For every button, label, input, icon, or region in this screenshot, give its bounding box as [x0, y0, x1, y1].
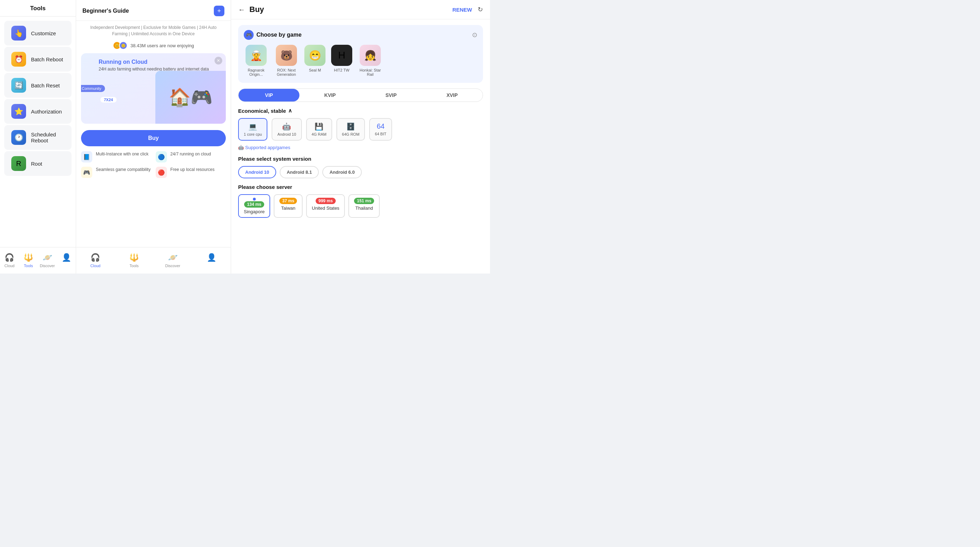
game-item-rox[interactable]: 🐻 ROX: Next Generation: [274, 45, 299, 77]
game-item-hit2[interactable]: H HIT2 TW: [331, 45, 352, 77]
game-thumb-hit2: H: [331, 45, 352, 66]
renew-button[interactable]: RENEW: [452, 7, 472, 13]
buy-content: 🎮 Choose by game ⊙ 🧝 Ragnarok Origin... …: [231, 19, 490, 273]
plan-collapse-icon[interactable]: ∧: [288, 107, 292, 114]
back-icon[interactable]: ←: [238, 6, 245, 14]
supported-link[interactable]: 🤖 Supported app/games: [238, 145, 483, 150]
server-ms-0: 134 ms: [244, 201, 264, 207]
vip-tab-xvip[interactable]: XVIP: [422, 89, 483, 102]
tool-item-root[interactable]: R Root: [4, 151, 72, 176]
game-thumb-rox: 🐻: [276, 45, 297, 66]
footer-tab-icon-profile: 👤: [62, 253, 71, 262]
avatar-2: 🙂: [119, 41, 127, 50]
spec-chip-1[interactable]: 🤖 Android 10: [272, 118, 302, 140]
spec-chip-4[interactable]: 64 64 BIT: [369, 118, 392, 140]
tool-item-scheduled-reboot[interactable]: 🕐 Scheduled Reboot: [4, 125, 72, 150]
tool-item-customize[interactable]: 👆 Customize: [4, 21, 72, 45]
game-name-rox: ROX: Next Generation: [274, 68, 299, 77]
spec-chip-0[interactable]: 💻 1 core cpu: [238, 118, 267, 140]
footer-tab-label-tools: Tools: [24, 264, 33, 268]
feature-text-1: 24/7 running on cloud: [170, 151, 211, 157]
game-item-ragnarok[interactable]: 🧝 Ragnarok Origin...: [244, 45, 269, 77]
game-item-honkai[interactable]: 👧 Honkai: Star Rail: [358, 45, 383, 77]
plan-section: Economical, stable ∧ 💻 1 core cpu 🤖 Andr…: [238, 107, 483, 150]
banner-7x24-badge: 7X24: [100, 97, 116, 102]
server-chip-singapore[interactable]: 134 ms Singapore: [238, 194, 270, 218]
buy-header-right: RENEW ↻: [452, 6, 483, 13]
server-name-0: Singapore: [244, 209, 264, 214]
spec-chip-3[interactable]: 🗄️ 64G ROM: [336, 118, 365, 140]
footer-tab-icon-tools: 🔱: [24, 253, 33, 262]
buy-title: Buy: [250, 5, 264, 14]
server-options: 134 ms Singapore 37 ms Taiwan 999 ms Uni…: [238, 194, 483, 218]
system-chip-1[interactable]: Android 8.1: [280, 166, 319, 179]
system-chip-2[interactable]: Android 6.0: [322, 166, 362, 179]
server-chip-thailand[interactable]: 151 ms Thailand: [348, 194, 380, 218]
tools-footer-tab-discover[interactable]: 🪐 Discover: [38, 250, 57, 271]
spec-chip-2[interactable]: 💾 4G RAM: [306, 118, 332, 140]
guide-footer-tab-label-discover: Discover: [165, 264, 180, 268]
spec-label-1: Android 10: [277, 132, 296, 136]
spec-label-4: 64 BIT: [375, 132, 386, 136]
choose-game-header: 🎮 Choose by game ⊙: [244, 30, 477, 40]
system-chip-0[interactable]: Android 10: [238, 166, 276, 179]
game-thumb-honkai: 👧: [360, 45, 381, 66]
server-name-1: Taiwan: [281, 206, 295, 211]
feature-icon-1: 🔵: [156, 151, 167, 163]
feature-item-1: 🔵 24/7 running on cloud: [156, 151, 226, 163]
supported-icon: 🤖: [238, 145, 244, 150]
guide-tagline: Independent Development | Exclusive for …: [76, 21, 231, 39]
plan-section-title: Economical, stable ∧: [238, 107, 483, 114]
server-name-3: Thailand: [355, 206, 373, 211]
footer-tab-label-discover: Discover: [40, 264, 55, 268]
choose-game-title: Choose by game: [256, 32, 302, 38]
feature-item-0: 📘 Multi-Instance with one click: [81, 151, 151, 163]
vip-tab-kvip[interactable]: KVIP: [299, 89, 360, 102]
spec-icon-0: 💻: [248, 122, 257, 131]
tool-icon-scheduled-reboot: 🕐: [11, 130, 26, 145]
spec-icon-2: 💾: [315, 122, 323, 131]
game-name-hit2: HIT2 TW: [334, 68, 350, 72]
refresh-icon[interactable]: ↻: [478, 6, 483, 13]
spec-label-2: 4G RAM: [312, 132, 326, 136]
vip-tab-vip[interactable]: VIP: [239, 89, 299, 102]
guide-footer-tab-discover[interactable]: 🪐 Discover: [154, 250, 192, 271]
feature-icon-2: 🎮: [81, 167, 92, 178]
tool-icon-customize: 👆: [11, 26, 26, 40]
server-title: Please choose server: [238, 184, 483, 190]
guide-panel: Beginner's Guide + Independent Developme…: [76, 0, 231, 273]
tool-item-batch-reboot[interactable]: ⏰ Batch Reboot: [4, 47, 72, 72]
game-item-seal[interactable]: 😁 Seal M: [304, 45, 326, 77]
buy-header: ← Buy RENEW ↻: [231, 0, 490, 19]
tool-label-authorization: Authorization: [31, 108, 62, 115]
game-name-seal: Seal M: [309, 68, 321, 72]
tool-item-authorization[interactable]: ⭐ Authorization: [4, 99, 72, 124]
tool-item-batch-reset[interactable]: 🔄 Batch Reset: [4, 73, 72, 97]
server-chip-taiwan[interactable]: 37 ms Taiwan: [274, 194, 302, 218]
server-chip-united-states[interactable]: 999 ms United States: [306, 194, 345, 218]
guide-footer-tab-cloud[interactable]: 🎧 Cloud: [76, 250, 115, 271]
guide-footer-tab-profile[interactable]: 👤: [192, 250, 231, 271]
guide-footer-tab-tools[interactable]: 🔱 Tools: [115, 250, 154, 271]
tools-footer-tab-tools[interactable]: 🔱 Tools: [19, 250, 38, 271]
tools-footer-tab-profile[interactable]: 👤: [57, 250, 76, 271]
tool-label-batch-reboot: Batch Reboot: [31, 56, 63, 62]
tools-footer-tab-cloud[interactable]: 🎧 Cloud: [0, 250, 19, 271]
server-name-2: United States: [312, 206, 339, 211]
system-section: Please select system version Android 10A…: [238, 156, 483, 179]
guide-add-button[interactable]: +: [214, 6, 224, 16]
guide-footer-tabs: 🎧 Cloud 🔱 Tools 🪐 Discover 👤: [76, 247, 231, 273]
spec-icon-3: 🗄️: [346, 122, 355, 131]
vip-tabs: VIPKVIPSVIPXVIP: [238, 88, 483, 102]
guide-footer-tab-label-cloud: Cloud: [91, 264, 101, 268]
guide-banner: Community ✕ Running on Cloud 24H auto fa…: [81, 53, 226, 124]
tools-list: 👆 Customize ⏰ Batch Reboot 🔄 Batch Reset…: [0, 17, 76, 247]
community-badge: Community: [81, 85, 105, 92]
collapse-icon[interactable]: ⊙: [472, 31, 477, 39]
feature-text-3: Free up local resources: [170, 167, 215, 173]
vip-tab-svip[interactable]: SVIP: [361, 89, 422, 102]
spec-label-3: 64G ROM: [342, 132, 360, 136]
guide-buy-button[interactable]: Buy: [81, 130, 226, 146]
tools-panel: Tools 👆 Customize ⏰ Batch Reboot 🔄 Batch…: [0, 0, 76, 273]
spec-icon-4: 64: [377, 122, 384, 131]
